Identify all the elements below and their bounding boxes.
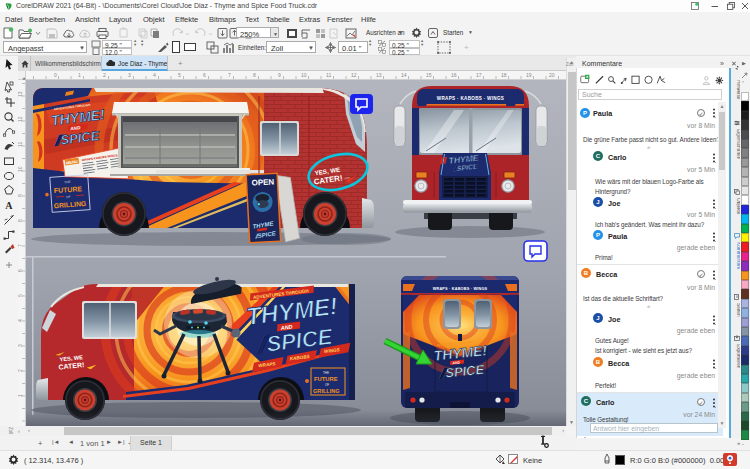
svg-text:FUTURE: FUTURE <box>314 376 338 382</box>
svg-text:A: A <box>5 200 13 211</box>
svg-text:GRILLING: GRILLING <box>313 388 340 394</box>
svg-text:OPEN: OPEN <box>251 177 274 187</box>
svg-text:WRAPS · KABOBS · WINGS: WRAPS · KABOBS · WINGS <box>433 287 488 291</box>
svg-text:WRAPS · KABOBS · WINGS: WRAPS · KABOBS · WINGS <box>437 96 504 101</box>
svg-text:THE: THE <box>323 371 329 375</box>
svg-text:OF: OF <box>66 195 71 199</box>
svg-text:THE: THE <box>64 180 71 184</box>
svg-text:OF: OF <box>325 383 329 387</box>
